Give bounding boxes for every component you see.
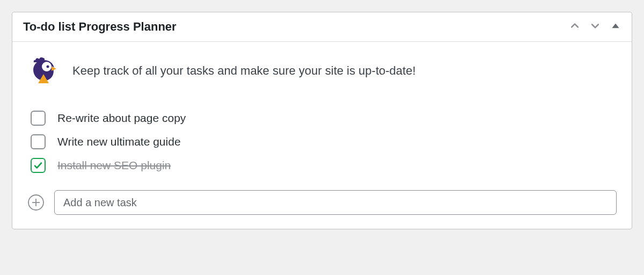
task-item: Install new SEO plugin — [27, 154, 617, 177]
task-item: Re-write about page copy — [27, 106, 617, 130]
checkmark-icon — [33, 161, 43, 170]
widget-body: Keep track of all your tasks and make su… — [12, 42, 632, 229]
chevron-up-icon[interactable] — [569, 20, 580, 33]
progress-planner-rooster-icon — [27, 55, 60, 87]
task-checkbox[interactable] — [31, 158, 46, 173]
task-label: Write new ultimate guide — [57, 135, 181, 148]
task-checkbox[interactable] — [31, 111, 46, 126]
svg-marker-0 — [612, 24, 619, 28]
widget-title: To-do list Progress Planner — [23, 20, 177, 34]
task-list: Re-write about page copy Write new ultim… — [27, 106, 617, 177]
task-label: Install new SEO plugin — [57, 159, 171, 172]
widget-controls — [569, 20, 621, 33]
plus-circle-icon[interactable] — [27, 194, 45, 211]
task-checkbox[interactable] — [31, 134, 46, 149]
add-task-input[interactable] — [54, 190, 617, 215]
triangle-up-icon[interactable] — [610, 20, 621, 33]
todo-widget: To-do list Progress Planner — [12, 12, 632, 229]
svg-point-2 — [47, 66, 49, 68]
task-label: Re-write about page copy — [57, 112, 186, 125]
widget-header: To-do list Progress Planner — [12, 12, 632, 42]
add-task-row — [27, 190, 617, 215]
task-item: Write new ultimate guide — [27, 130, 617, 154]
intro-row: Keep track of all your tasks and make su… — [27, 55, 617, 87]
chevron-down-icon[interactable] — [590, 20, 601, 33]
intro-text: Keep track of all your tasks and make su… — [72, 64, 416, 78]
